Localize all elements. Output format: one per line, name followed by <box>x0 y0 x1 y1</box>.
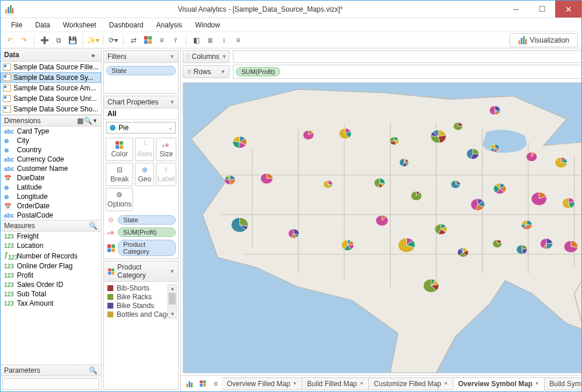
menu-worksheet[interactable]: Worksheet <box>57 19 102 31</box>
align-center-button[interactable]: ⫶ <box>218 34 230 46</box>
map-pie-marker[interactable] <box>324 180 333 188</box>
measure-field[interactable]: 123Sub Total <box>1 289 101 299</box>
dimension-field[interactable]: 📅OrderDate <box>1 201 101 211</box>
data-source-item[interactable]: Sample Data Source Sy... <box>1 72 101 83</box>
search-icon[interactable]: 🔍 <box>89 366 97 374</box>
sort-desc-button[interactable]: ≡ <box>156 34 168 46</box>
totals-button[interactable]: ⫯ <box>170 34 182 46</box>
columns-shelf-drop[interactable] <box>233 50 582 63</box>
map-pie-marker[interactable] <box>304 131 314 140</box>
map-pie-marker[interactable] <box>532 192 547 206</box>
menu-dashboard[interactable]: Dashboard <box>103 19 149 31</box>
data-menu-icon[interactable]: ⬥ <box>88 50 97 60</box>
data-source-item[interactable]: Sample Data Source Unr... <box>1 93 101 104</box>
sort-asc-button[interactable] <box>142 34 154 46</box>
map-pie-marker[interactable] <box>412 191 422 201</box>
scroll-down-icon[interactable]: ▼ <box>168 310 176 318</box>
table-icon[interactable]: ▦ <box>77 117 83 125</box>
map-pie-marker[interactable] <box>288 229 299 239</box>
refresh-button[interactable]: ⟳▾ <box>107 34 119 46</box>
shelf-pill-geo[interactable]: State <box>118 215 176 225</box>
menu-window[interactable]: Window <box>189 19 226 31</box>
map-view[interactable] <box>183 82 582 373</box>
map-pie-marker[interactable] <box>494 183 506 194</box>
map-pie-marker[interactable] <box>451 180 461 188</box>
map-pie-marker[interactable] <box>431 130 446 144</box>
scroll-up-icon[interactable]: ▲ <box>168 285 176 292</box>
options-cell[interactable]: ⚙Options <box>106 188 133 211</box>
new-sheet-button[interactable]: ➕ <box>39 34 50 46</box>
map-pie-marker[interactable] <box>541 239 553 249</box>
measure-field[interactable]: 123Profit <box>1 271 101 280</box>
duplicate-button[interactable]: ⧉ <box>53 34 64 46</box>
redo-button[interactable]: ↷ <box>18 34 30 46</box>
legend-scrollbar[interactable]: ▲ ▼ <box>168 284 177 318</box>
legend-item[interactable]: Bike Stands <box>107 302 175 310</box>
new-worksheet-icon[interactable] <box>183 377 196 390</box>
save-button[interactable]: 💾 <box>67 34 78 46</box>
color-cell[interactable]: Color <box>106 138 133 161</box>
rows-shelf-drop[interactable]: SUM(Profit) <box>233 65 582 79</box>
map-pie-marker[interactable] <box>424 279 439 293</box>
show-tabs-icon[interactable]: ≡ <box>209 377 222 390</box>
new-dashboard-icon[interactable] <box>196 377 209 390</box>
dimension-field[interactable]: abcCard Type <box>1 127 101 136</box>
map-pie-marker[interactable] <box>339 128 351 139</box>
map-pie-marker[interactable] <box>398 238 415 253</box>
data-source-item[interactable]: Sample Data Source Am... <box>1 83 101 93</box>
menu-analysis[interactable]: Analysis <box>151 19 189 31</box>
size-cell[interactable]: Size <box>156 138 176 161</box>
map-pie-marker[interactable] <box>563 198 575 208</box>
map-pie-marker[interactable] <box>374 178 385 188</box>
visualization-button[interactable]: Visualization <box>510 33 578 47</box>
parameter-input[interactable] <box>2 378 99 390</box>
scroll-thumb[interactable] <box>169 293 176 304</box>
map-pie-marker[interactable] <box>232 218 249 232</box>
map-pie-marker[interactable] <box>342 240 354 250</box>
dimension-field[interactable]: ⊕Latitude <box>1 183 101 192</box>
filters-header[interactable]: Filters ▼ <box>104 51 178 63</box>
map-pie-marker[interactable] <box>490 144 500 152</box>
map-pie-marker[interactable] <box>454 123 463 131</box>
chart-properties-header[interactable]: Chart Properties ▼ <box>104 96 178 108</box>
map-pie-marker[interactable] <box>555 158 567 168</box>
menu-file[interactable]: File <box>5 19 28 31</box>
legend-item[interactable]: Bike Racks <box>107 293 175 301</box>
map-pie-marker[interactable] <box>458 248 468 257</box>
search-icon[interactable]: 🔍 <box>83 117 92 125</box>
data-source-item[interactable]: Sample Data Source Sho... <box>1 104 101 114</box>
menu-data[interactable]: Data <box>29 19 55 31</box>
all-label[interactable]: All <box>104 108 178 120</box>
label-cell[interactable]: ⫯Label <box>156 163 176 186</box>
map-pie-marker[interactable] <box>471 199 485 211</box>
clear-button[interactable]: ✨▾ <box>87 34 99 46</box>
maximize-button[interactable]: ☐ <box>529 1 555 18</box>
shelf-pill-color[interactable]: Product Category <box>118 240 176 256</box>
measure-field[interactable]: 123Tax Amount <box>1 299 101 308</box>
dimensions-menu-icon[interactable]: ▼ <box>92 118 97 124</box>
columns-shelf-label[interactable]: ⦙⦙Columns▼ <box>183 50 229 63</box>
map-pie-marker[interactable] <box>435 224 447 235</box>
align-right-button[interactable]: ≡ <box>232 34 244 46</box>
map-pie-marker[interactable] <box>490 106 500 115</box>
data-source-item[interactable]: Sample Data Source Fille... <box>1 62 101 72</box>
dimension-field[interactable]: ⊕City <box>1 136 101 145</box>
dimension-field[interactable]: 📅DueDate <box>1 173 101 183</box>
map-pie-marker[interactable] <box>564 241 578 253</box>
map-pie-marker[interactable] <box>261 173 273 184</box>
dimension-field[interactable]: ⊕Longitude <box>1 192 101 201</box>
rows-pill[interactable]: SUM(Profit) <box>236 67 280 76</box>
sheet-tab[interactable]: Build Filled Map▼ <box>302 377 369 390</box>
measure-field[interactable]: 123Freight <box>1 232 101 241</box>
map-pie-marker[interactable] <box>527 152 537 162</box>
dimension-field[interactable]: abcPostalCode <box>1 211 101 220</box>
map-pie-marker[interactable] <box>493 240 502 248</box>
measure-field[interactable]: ƒ123Number of Records <box>1 250 101 261</box>
map-pie-marker[interactable] <box>522 220 532 230</box>
swap-button[interactable]: ⇄ <box>128 34 140 46</box>
sheet-tab[interactable]: Customize Filled Map▼ <box>368 377 453 390</box>
map-pie-marker[interactable] <box>467 149 479 159</box>
legend-item[interactable]: Bib-Shorts <box>107 284 175 292</box>
map-pie-marker[interactable] <box>517 245 527 254</box>
close-button[interactable]: ✕ <box>555 1 581 18</box>
